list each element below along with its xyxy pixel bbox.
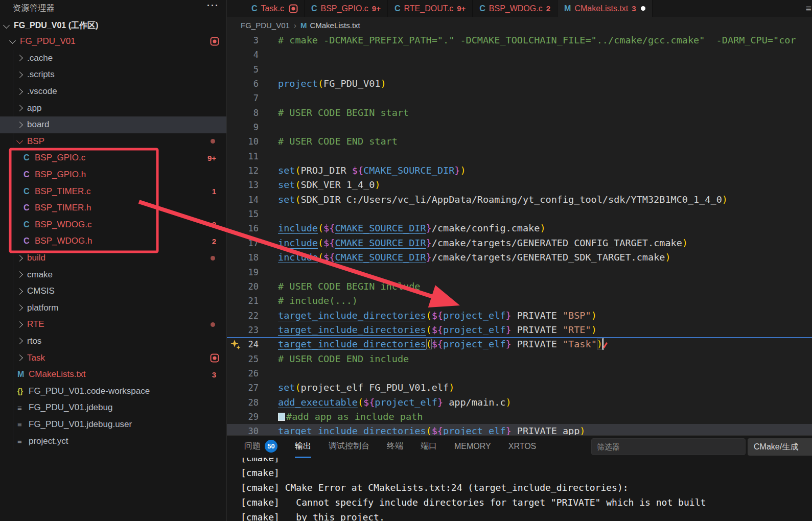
- tree-item-BSP_TIMER.h[interactable]: CBSP_TIMER.h: [0, 200, 226, 217]
- code-line-22[interactable]: 22target_include_directories(${project_e…: [227, 309, 812, 323]
- tree-item-platform[interactable]: platform: [0, 300, 226, 317]
- tree-item-FG_PDU_V01.jdebug[interactable]: ≡FG_PDU_V01.jdebug: [0, 399, 226, 416]
- code-line-30[interactable]: 30target_include_directories(${project_e…: [227, 424, 812, 435]
- tree-item-BSP_WDOG.c[interactable]: CBSP_WDOG.c2: [0, 217, 226, 233]
- line-number[interactable]: 19: [227, 265, 259, 279]
- code-line-10[interactable]: 10# USER CODE END start: [227, 134, 812, 149]
- tab-BSP_GPIO.c[interactable]: CBSP_GPIO.c9+: [305, 0, 388, 17]
- code-line-28[interactable]: 28add_executable(${project_elf} app/main…: [227, 395, 812, 410]
- line-number[interactable]: 28: [227, 395, 259, 410]
- code-line-13[interactable]: 13set(SDK_VER 1_4_0): [227, 178, 812, 192]
- tree-item-rtos[interactable]: rtos: [0, 333, 226, 350]
- tree-item-BSP_WDOG.h[interactable]: CBSP_WDOG.h2: [0, 233, 226, 250]
- line-number[interactable]: 8: [227, 106, 259, 120]
- line-number[interactable]: 20: [227, 279, 259, 294]
- line-number[interactable]: 13: [227, 178, 259, 192]
- line-number[interactable]: 30: [227, 424, 259, 435]
- code-line-16[interactable]: 16include(${CMAKE_SOURCE_DIR}/cmake/conf…: [227, 221, 812, 235]
- tree-item-CMakeLists.txt[interactable]: MCMakeLists.txt3: [0, 366, 226, 383]
- tree-item-CMSIS[interactable]: CMSIS: [0, 283, 226, 300]
- code-line-21[interactable]: 21# include(...): [227, 294, 812, 308]
- code-line-12[interactable]: 12set(PROJ_DIR ${CMAKE_SOURCE_DIR}): [227, 163, 812, 178]
- breadcrumb-file[interactable]: CMakeLists.txt: [310, 21, 360, 30]
- panel-tab-problems[interactable]: 问题50: [244, 436, 277, 458]
- tree-item-BSP_TIMER.c[interactable]: CBSP_TIMER.c1: [0, 183, 226, 200]
- code-line-26[interactable]: 26: [227, 366, 812, 381]
- line-number[interactable]: 9: [227, 120, 259, 134]
- panel-tab-terminal[interactable]: 终端: [387, 436, 403, 458]
- tree-item-cmake[interactable]: cmake: [0, 266, 226, 283]
- tree-item-.cache[interactable]: .cache: [0, 50, 226, 67]
- sidebar-resize-handle[interactable]: [226, 0, 227, 521]
- tree-item-RTE[interactable]: RTE: [0, 316, 226, 333]
- code-line-18[interactable]: 18include(${CMAKE_SOURCE_DIR}/cmake/targ…: [227, 250, 812, 265]
- code-line-7[interactable]: 7: [227, 91, 812, 105]
- line-number[interactable]: 23: [227, 323, 259, 337]
- panel-tab-output[interactable]: 输出: [295, 436, 311, 458]
- code-line-24[interactable]: 24target_include_directories(${project_e…: [227, 337, 812, 351]
- panel-tab-ports[interactable]: 端口: [421, 436, 437, 458]
- tab-CMakeLists.txt[interactable]: MCMakeLists.txt3: [558, 0, 653, 17]
- code-line-29[interactable]: 29#add app as include path: [227, 410, 812, 424]
- code-line-14[interactable]: 14set(SDK_DIR C:/Users/vc_li/AppData/Roa…: [227, 193, 812, 207]
- line-number[interactable]: 15: [227, 207, 259, 221]
- line-number[interactable]: 10: [227, 134, 259, 149]
- code-line-5[interactable]: 5: [227, 62, 812, 77]
- editor-actions-icon[interactable]: ≣: [805, 4, 812, 13]
- panel-tab-xrtos[interactable]: XRTOS: [508, 436, 537, 458]
- code-line-3[interactable]: 3# cmake -DCMAKE_PREFIX_PATH="." -DCMAKE…: [227, 33, 812, 48]
- line-number[interactable]: 29: [227, 410, 259, 424]
- tree-item-FG_PDU_V01[interactable]: FG_PDU_V01: [0, 33, 226, 50]
- tree-item-Task[interactable]: Task: [0, 349, 226, 366]
- line-number[interactable]: 26: [227, 366, 259, 381]
- panel-tab-memory[interactable]: MEMORY: [454, 436, 491, 458]
- code-line-6[interactable]: 6project(FG_PDU_V01): [227, 77, 812, 91]
- code-line-17[interactable]: 17include(${CMAKE_SOURCE_DIR}/cmake/targ…: [227, 236, 812, 250]
- code-line-8[interactable]: 8# USER CODE BEGIN start: [227, 106, 812, 120]
- breadcrumb[interactable]: FG_PDU_V01 › M CMakeLists.txt: [227, 17, 812, 33]
- code-line-9[interactable]: 9: [227, 120, 812, 134]
- tree-item-BSP_GPIO.h[interactable]: CBSP_GPIO.h: [0, 167, 226, 183]
- workspace-root-row[interactable]: FG_PDU_V01 (工作区): [0, 18, 226, 33]
- code-line-27[interactable]: 27set(project_elf FG_PDU_V01.elf): [227, 381, 812, 395]
- tree-item-build[interactable]: build: [0, 250, 226, 267]
- tab-BSP_WDOG.c[interactable]: CBSP_WDOG.c2: [473, 0, 558, 17]
- line-number[interactable]: 16: [227, 221, 259, 235]
- code-line-23[interactable]: 23target_include_directories(${project_e…: [227, 323, 812, 337]
- tree-item-.vscode[interactable]: .vscode: [0, 83, 226, 100]
- code-line-11[interactable]: 11: [227, 149, 812, 163]
- tree-item-board[interactable]: board: [0, 116, 226, 133]
- line-number[interactable]: 24: [227, 337, 259, 351]
- tree-item-FG_PDU_V01.code-workspace[interactable]: {}FG_PDU_V01.code-workspace: [0, 383, 226, 399]
- breadcrumb-folder[interactable]: FG_PDU_V01: [241, 21, 290, 30]
- tab-RTE_DOUT.c[interactable]: CRTE_DOUT.c9+: [388, 0, 473, 17]
- tree-item-BSP_GPIO.c[interactable]: CBSP_GPIO.c9+: [0, 150, 226, 167]
- tree-item-project.yct[interactable]: ≡project.yct: [0, 433, 226, 449]
- tree-item-FG_PDU_V01.jdebug.user[interactable]: ≡FG_PDU_V01.jdebug.user: [0, 416, 226, 433]
- code-line-25[interactable]: 25# USER CODE END include: [227, 352, 812, 366]
- dirty-dot-icon[interactable]: [641, 6, 645, 11]
- line-number[interactable]: 17: [227, 236, 259, 250]
- line-number[interactable]: 25: [227, 352, 259, 366]
- panel-tab-debug-console[interactable]: 调试控制台: [329, 436, 369, 458]
- line-number[interactable]: 14: [227, 193, 259, 207]
- tree-item-.scripts[interactable]: .scripts: [0, 66, 226, 83]
- kebab-menu-icon[interactable]: ···: [207, 3, 219, 8]
- line-number[interactable]: 3: [227, 33, 259, 48]
- output-channel-select[interactable]: CMake/生成: [748, 438, 812, 456]
- tree-item-app[interactable]: app: [0, 100, 226, 116]
- code-line-15[interactable]: 15: [227, 207, 812, 221]
- line-number[interactable]: 6: [227, 77, 259, 91]
- code-line-20[interactable]: 20# USER CODE BEGIN include: [227, 279, 812, 294]
- code-line-19[interactable]: 19: [227, 265, 812, 279]
- line-number[interactable]: 18: [227, 250, 259, 265]
- code-line-4[interactable]: 4: [227, 48, 812, 62]
- output-filter-input[interactable]: [591, 438, 746, 455]
- line-number[interactable]: 21: [227, 294, 259, 308]
- line-number[interactable]: 27: [227, 381, 259, 395]
- line-number[interactable]: 7: [227, 91, 259, 105]
- line-number[interactable]: 12: [227, 163, 259, 178]
- tree-item-BSP[interactable]: BSP: [0, 133, 226, 150]
- line-number[interactable]: 11: [227, 149, 259, 163]
- code-editor[interactable]: 3# cmake -DCMAKE_PREFIX_PATH="." -DCMAKE…: [227, 33, 812, 435]
